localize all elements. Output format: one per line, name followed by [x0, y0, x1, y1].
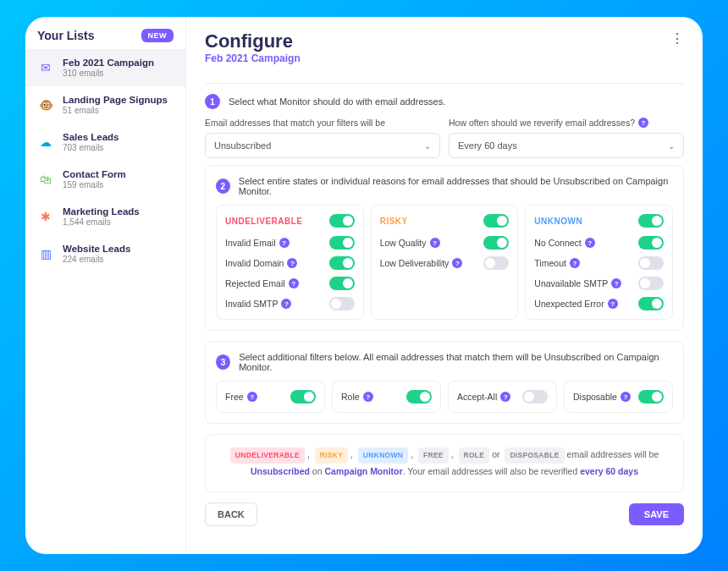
sidebar-item-1[interactable]: 🐵 Landing Page Signups 51 emails: [25, 86, 185, 124]
sidebar-item-5[interactable]: ▥ Website Leads 224 emails: [25, 235, 185, 272]
summary-chip: DISPOSABLE: [505, 447, 564, 464]
more-menu-icon[interactable]: ⋮: [670, 30, 684, 47]
back-button[interactable]: BACK: [205, 502, 257, 526]
sidebar-item-2[interactable]: ☁ Sales Leads 703 emails: [25, 124, 185, 161]
toggle[interactable]: [290, 390, 316, 404]
page-subtitle: Feb 2021 Campaign: [205, 52, 301, 64]
list-icon: ☁: [37, 134, 54, 151]
help-icon[interactable]: ?: [430, 238, 440, 248]
frequency-select[interactable]: Every 60 days ⌄: [449, 133, 684, 158]
help-icon[interactable]: ?: [620, 392, 631, 402]
help-icon[interactable]: ?: [608, 299, 618, 309]
reason-row: No Connect ?: [534, 236, 664, 250]
sidebar-item-3[interactable]: 🛍 Contact Form 159 emails: [25, 161, 185, 198]
filter-label: Disposable ?: [573, 392, 631, 402]
card-toggle[interactable]: [329, 214, 355, 228]
reason-row: Low Deliverability ?: [380, 256, 510, 270]
reason-label: Unavailable SMTP ?: [534, 278, 621, 288]
filter-label: Role ?: [341, 392, 373, 402]
divider: [205, 83, 684, 84]
list-sublabel: 1,544 emails: [63, 217, 140, 227]
toggle[interactable]: [638, 277, 664, 290]
toggle[interactable]: [406, 390, 432, 404]
help-icon[interactable]: ?: [247, 392, 257, 402]
help-icon[interactable]: ?: [287, 258, 297, 268]
card-title: UNKNOWN: [534, 217, 582, 226]
toggle[interactable]: [638, 236, 664, 250]
help-icon[interactable]: ?: [281, 299, 291, 309]
new-badge[interactable]: NEW: [141, 29, 174, 42]
help-icon[interactable]: ?: [500, 392, 510, 402]
list-sublabel: 51 emails: [63, 106, 168, 115]
action-field: Email addresses that match your filters …: [205, 118, 440, 158]
list-label: Sales Leads: [63, 132, 119, 142]
step3-header: 3 Select additional filters below. All e…: [216, 352, 673, 372]
list-icon: ✱: [37, 208, 54, 225]
state-card-undeliverable: UNDELIVERABLE Invalid Email ? Invalid Do…: [216, 205, 364, 320]
step2-text: Select entire states or individual reaso…: [239, 176, 673, 196]
chevron-down-icon: ⌄: [668, 141, 675, 151]
step3-number: 3: [216, 354, 230, 370]
help-icon[interactable]: ?: [363, 392, 373, 402]
step3-text: Select additional filters below. All ema…: [239, 352, 673, 372]
step1-header: 1 Select what Monitor should do with ema…: [205, 94, 684, 109]
filter-label: Free ?: [225, 392, 257, 402]
summary-chip: UNDELIVERABLE: [230, 447, 305, 464]
help-icon[interactable]: ?: [452, 258, 462, 268]
card-title: RISKY: [380, 217, 408, 226]
list-sublabel: 310 emails: [63, 69, 154, 78]
reason-row: Invalid Domain ?: [225, 256, 355, 270]
filter-accept-all: Accept-All ?: [448, 381, 557, 413]
reason-row: Rejected Email ?: [225, 277, 355, 290]
toggle[interactable]: [329, 236, 355, 250]
reason-label: No Connect ?: [534, 238, 594, 248]
filter-disposable: Disposable ?: [564, 381, 673, 413]
sidebar-item-4[interactable]: ✱ Marketing Leads 1,544 emails: [25, 198, 185, 235]
summary-action: Unsubscribed: [251, 466, 310, 476]
help-icon[interactable]: ?: [585, 238, 595, 248]
step3-section: 3 Select additional filters below. All e…: [205, 341, 684, 424]
reason-row: Timeout ?: [534, 256, 664, 270]
help-icon[interactable]: ?: [638, 118, 648, 128]
save-button[interactable]: SAVE: [629, 503, 684, 525]
help-icon[interactable]: ?: [611, 278, 621, 288]
reason-row: Invalid Email ?: [225, 236, 355, 250]
toggle[interactable]: [638, 390, 664, 404]
reason-label: Low Deliverability ?: [380, 258, 463, 268]
help-icon[interactable]: ?: [289, 278, 299, 288]
reason-label: Rejected Email ?: [225, 278, 299, 288]
action-select[interactable]: Unsubscribed ⌄: [205, 133, 440, 158]
toggle[interactable]: [522, 390, 548, 404]
sidebar-item-0[interactable]: ✉ Feb 2021 Campaign 310 emails: [25, 49, 185, 86]
toggle[interactable]: [483, 236, 509, 250]
summary-frequency: every 60 days: [580, 466, 638, 476]
help-icon[interactable]: ?: [279, 238, 290, 248]
action-select-value: Unsubscribed: [214, 140, 271, 151]
card-toggle[interactable]: [483, 214, 509, 228]
summary-platform: Campaign Monitor: [324, 466, 402, 476]
list-sublabel: 159 emails: [63, 180, 126, 189]
step1-number: 1: [205, 94, 220, 109]
frequency-select-value: Every 60 days: [458, 140, 517, 151]
toggle[interactable]: [638, 256, 664, 270]
card-toggle[interactable]: [638, 214, 664, 228]
toggle[interactable]: [483, 256, 509, 270]
frequency-field: How often should we reverify email addre…: [449, 118, 684, 158]
state-card-unknown: UNKNOWN No Connect ? Timeout ? Unavailab…: [525, 205, 673, 320]
sidebar-header: Your Lists NEW: [25, 17, 185, 49]
filter-free: Free ?: [216, 381, 325, 413]
toggle[interactable]: [638, 297, 664, 310]
reason-label: Invalid Domain ?: [225, 258, 297, 268]
toggle[interactable]: [329, 297, 355, 310]
step2-number: 2: [216, 178, 230, 194]
toggle[interactable]: [329, 256, 355, 270]
step2-section: 2 Select entire states or individual rea…: [205, 165, 684, 331]
reason-row: Unexpected Error ?: [534, 297, 664, 310]
app-window: Your Lists NEW ✉ Feb 2021 Campaign 310 e…: [25, 17, 703, 554]
list-icon: ✉: [37, 59, 54, 76]
list-icon: 🛍: [37, 171, 54, 188]
list-sublabel: 224 emails: [63, 255, 130, 264]
sidebar: Your Lists NEW ✉ Feb 2021 Campaign 310 e…: [25, 17, 186, 554]
toggle[interactable]: [329, 277, 355, 290]
help-icon[interactable]: ?: [570, 258, 580, 268]
